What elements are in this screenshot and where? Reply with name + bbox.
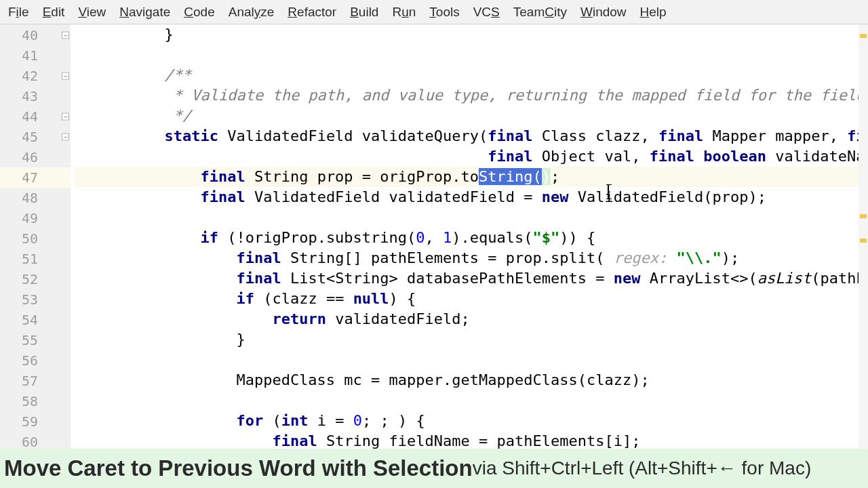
fold-toggle-icon[interactable]: − — [62, 134, 69, 141]
line-number[interactable]: 59 — [0, 411, 71, 432]
line-number[interactable]: 58 — [0, 391, 71, 411]
menu-refactor[interactable]: Refactor — [281, 2, 343, 22]
code-line[interactable]: final Object val, final boolean validate… — [75, 146, 868, 167]
menu-vcs[interactable]: VCS — [467, 2, 507, 22]
editor-area: 40−4142−4344−45−464748495051525354555657… — [0, 24, 868, 449]
text-cursor-icon — [608, 184, 609, 199]
validation-marker[interactable] — [860, 239, 867, 243]
code-line[interactable]: * Validate the path, and value type, ret… — [75, 85, 868, 106]
line-number[interactable]: 42− — [0, 66, 71, 86]
error-stripe — [859, 24, 868, 449]
menu-code[interactable]: Code — [177, 2, 221, 22]
tip-shortcut: via Shift+Ctrl+Left (Alt+Shift+← for Mac… — [473, 458, 812, 479]
code-editor[interactable]: } /** * Validate the path, and value typ… — [71, 24, 868, 449]
menu-tools[interactable]: Tools — [422, 2, 466, 22]
code-line[interactable] — [75, 390, 868, 411]
line-number[interactable]: 57 — [0, 371, 71, 391]
code-line[interactable]: final List<String> databasePathElements … — [75, 268, 868, 289]
code-line[interactable]: */ — [75, 106, 868, 126]
line-number[interactable]: 52 — [0, 269, 71, 289]
validation-marker[interactable] — [860, 214, 867, 218]
code-line[interactable]: /** — [75, 65, 868, 85]
tip-action-name: Move Caret to Previous Word with Selecti… — [4, 455, 473, 481]
line-number[interactable]: 49 — [0, 208, 71, 228]
line-number[interactable]: 50 — [0, 228, 71, 249]
line-number[interactable]: 47 — [0, 167, 71, 188]
code-line[interactable]: return validatedField; — [75, 309, 868, 329]
line-number[interactable]: 41 — [0, 45, 71, 66]
line-number[interactable]: 40− — [0, 25, 71, 45]
fold-toggle-icon[interactable]: − — [62, 113, 69, 121]
code-line[interactable]: final String prop = origProp.toString(); — [75, 167, 868, 187]
line-number-gutter: 40−4142−4344−45−464748495051525354555657… — [0, 24, 71, 449]
menu-build[interactable]: Build — [343, 2, 385, 22]
line-number[interactable]: 55 — [0, 330, 71, 350]
line-number[interactable]: 56 — [0, 350, 71, 371]
code-line[interactable]: MappedClass mc = mapper.getMappedClass(c… — [75, 370, 868, 390]
line-number[interactable]: 53 — [0, 289, 71, 310]
code-line[interactable]: final String[] pathElements = prop.split… — [75, 248, 868, 268]
menu-file[interactable]: File — [1, 2, 36, 22]
code-line[interactable]: static ValidatedField validateQuery(fina… — [75, 126, 868, 146]
line-number[interactable]: 44− — [0, 106, 71, 127]
code-line[interactable] — [75, 350, 868, 370]
menu-teamcity[interactable]: TeamCity — [507, 2, 574, 22]
code-line[interactable] — [75, 45, 868, 65]
code-line[interactable]: if (!origProp.substring(0, 1).equals("$"… — [75, 228, 868, 248]
status-bar-tip: Move Caret to Previous Word with Selecti… — [0, 449, 868, 488]
menu-edit[interactable]: Edit — [36, 2, 72, 22]
code-line[interactable]: } — [75, 24, 868, 45]
fold-toggle-icon[interactable]: − — [62, 73, 69, 80]
menu-run[interactable]: Run — [385, 2, 422, 22]
line-number[interactable]: 45− — [0, 127, 71, 147]
code-line[interactable]: if (clazz == null) { — [75, 289, 868, 309]
code-line[interactable]: final String fieldName = pathElements[i]… — [75, 431, 868, 449]
code-line[interactable]: for (int i = 0; ; ) { — [75, 411, 868, 431]
line-number[interactable]: 48 — [0, 188, 71, 208]
menu-navigate[interactable]: Navigate — [113, 2, 177, 22]
menu-window[interactable]: Window — [574, 2, 633, 22]
menu-analyze[interactable]: Analyze — [222, 2, 281, 22]
code-line[interactable]: } — [75, 329, 868, 350]
main-menu-bar: FileEditViewNavigateCodeAnalyzeRefactorB… — [0, 0, 868, 24]
fold-toggle-icon[interactable]: − — [62, 32, 69, 39]
line-number[interactable]: 43 — [0, 86, 71, 106]
validation-marker[interactable] — [860, 34, 867, 38]
menu-help[interactable]: Help — [633, 2, 673, 22]
menu-view[interactable]: View — [71, 2, 113, 22]
line-number[interactable]: 46 — [0, 147, 71, 167]
code-line[interactable] — [75, 207, 868, 228]
code-line[interactable]: final ValidatedField validatedField = ne… — [75, 187, 868, 207]
line-number[interactable]: 54 — [0, 310, 71, 330]
line-number[interactable]: 51 — [0, 249, 71, 269]
